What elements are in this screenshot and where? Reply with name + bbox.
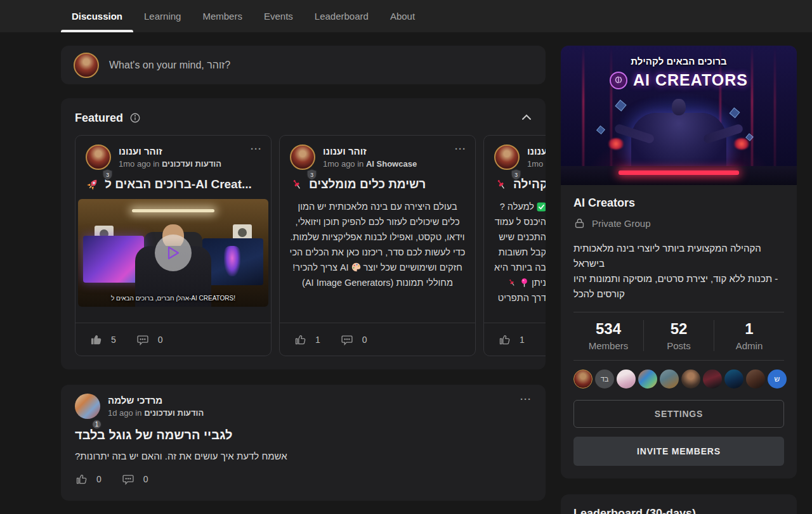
more-options-button[interactable]: ··· [251,143,262,154]
stat-members[interactable]: 534 Members [573,320,643,351]
member-avatar[interactable] [724,369,743,389]
member-avatar[interactable] [681,369,700,389]
group-card: ברוכים הבאים לקהילת AI CREATORS AI Creat… [561,46,797,479]
post-meta: 1mo [527,159,546,169]
post-author[interactable]: זוהר וענונו [119,146,221,157]
member-avatar[interactable] [746,369,765,389]
top-navbar: Discussion Learning Members Events Leade… [0,0,812,32]
comment-icon [122,473,134,485]
post-author[interactable]: זוהר וענונו [323,146,417,157]
like-button[interactable]: 5 [89,333,128,346]
nav-tabs: Discussion Learning Members Events Leade… [61,0,812,32]
settings-button[interactable]: SETTINGS [573,400,784,428]
palette-icon [351,262,362,273]
member-avatar[interactable] [617,369,636,389]
level-badge: 3 [102,169,113,181]
member-avatar[interactable]: ש [768,369,787,389]
member-avatar[interactable]: בד [595,369,614,389]
post-author[interactable]: זוהר וענונו [527,146,546,157]
like-button[interactable]: 1 [294,333,332,346]
like-count: 1 [520,335,525,345]
group-name: AI Creators [573,196,784,210]
featured-card-welcome[interactable]: 3 זוהר וענונו 1mo ago in הודעות ועדכונים… [75,135,272,356]
post-composer[interactable]: What's on your mind, זוהר? [61,46,546,84]
avatar [290,145,315,170]
group-stats: 534 Members 52 Posts 1 Admin [573,312,784,360]
like-count: 0 [96,474,102,484]
feed-post[interactable]: 1 מרדכי שלמה 1d ago in הודעות ועדכונים ·… [61,385,546,501]
comment-button[interactable]: 0 [341,333,379,346]
video-caption: אהלן חברים, ברוכים הבאים ל-AI CREATORS! [78,295,268,302]
more-options-button[interactable]: ··· [520,394,532,404]
channel-link[interactable]: הודעות ועדכונים [162,159,221,169]
featured-card-community[interactable]: 3 זוהר וענונו 1mo קהילה למעלה ? [483,135,546,356]
play-button[interactable] [155,235,192,271]
group-banner-image[interactable]: ברוכים הבאים לקהילת AI CREATORS [561,46,797,185]
post-author[interactable]: מרדכי שלמה [108,395,204,406]
composer-prompt: What's on your mind, זוהר? [109,60,230,71]
video-thumbnail[interactable]: אהלן חברים, ברוכים הבאים ל-AI CREATORS! [78,199,268,307]
feed-column: What's on your mind, זוהר? Featured [61,46,546,501]
round-pin-icon [520,278,529,288]
monitor-right [202,238,263,285]
member-avatar[interactable] [703,369,722,389]
avatar [86,145,111,170]
leaderboard-heading: Leaderboard (30-days) [573,507,784,514]
avatar [75,394,100,419]
group-sidebar: ברוכים הבאים לקהילת AI CREATORS AI Creat… [561,46,797,514]
invite-members-button[interactable]: INVITE MEMBERS [573,437,784,466]
more-options-button[interactable]: ··· [455,143,466,154]
post-meta: 1mo ago in הודעות ועדכונים [119,159,221,169]
comment-icon [136,333,149,346]
current-user-avatar [74,53,99,78]
tab-about[interactable]: About [379,0,426,32]
tab-events[interactable]: Events [253,0,304,32]
level-badge: 1 [91,419,102,430]
post-body: אשמח לדעת איך עושים את זה. והאם יש בזה י… [75,451,532,461]
banner-brand-text: AI CREATORS [633,71,748,89]
channel-link[interactable]: AI Showcase [366,159,417,169]
chevron-up-icon[interactable] [521,113,532,121]
avatar [494,145,520,170]
post-meta: 1d ago in הודעות ועדכונים [108,408,204,418]
comment-count: 0 [158,335,163,345]
info-icon[interactable] [129,112,141,124]
stat-posts[interactable]: 52 Posts [643,320,714,351]
banner-welcome-text: ברוכים הבאים לקהילת [561,56,797,67]
post-body: בעולם היצירה עם בינה מלאכותית יש המון כל… [280,199,475,290]
thumbs-up-icon [294,333,306,346]
comment-button[interactable]: 0 [122,473,160,485]
tab-members[interactable]: Members [192,0,253,32]
featured-card-tools[interactable]: 3 זוהר וענונו 1mo ago in AI Showcase ···… [279,135,476,356]
tab-learning[interactable]: Learning [133,0,192,32]
rocket-icon [86,177,100,191]
member-avatar[interactable] [638,369,657,389]
member-avatar[interactable] [573,369,593,389]
brain-logo-icon [610,72,627,89]
tab-discussion[interactable]: Discussion [61,0,133,32]
stat-admin[interactable]: 1 Admin [714,320,784,351]
like-button[interactable]: 1 [498,333,536,346]
thumbs-up-icon [498,333,511,346]
members-preview: בד ש [573,361,784,390]
svg-text:3: 3 [310,172,313,178]
pushpin-icon [507,278,517,288]
group-description: הקהילה המקצועית ביותר ליוצרי בינה מלאכות… [573,241,784,302]
leaderboard-card: Leaderboard (30-days) [561,494,797,514]
comment-button[interactable]: 0 [136,333,174,346]
tab-leaderboard[interactable]: Leaderboard [304,0,379,32]
comment-count: 0 [143,474,148,484]
channel-link[interactable]: הודעות ועדכונים [144,408,204,418]
level-badge: 3 [306,169,317,181]
thumbs-up-icon [89,333,102,346]
like-button[interactable]: 0 [75,473,113,485]
pushpin-icon [290,177,304,191]
comment-icon [341,333,353,346]
like-count: 1 [315,335,320,345]
member-avatar[interactable] [660,369,679,389]
post-body: למעלה ? היכנס ל עמוד התכנים שיש קבל תשוב… [487,199,546,305]
level-badge: 3 [511,169,521,181]
post-title: לגביי הרשמה של גוגל בלבד [75,428,532,442]
post-meta: 1mo ago in AI Showcase [323,159,417,169]
check-icon [537,202,546,212]
